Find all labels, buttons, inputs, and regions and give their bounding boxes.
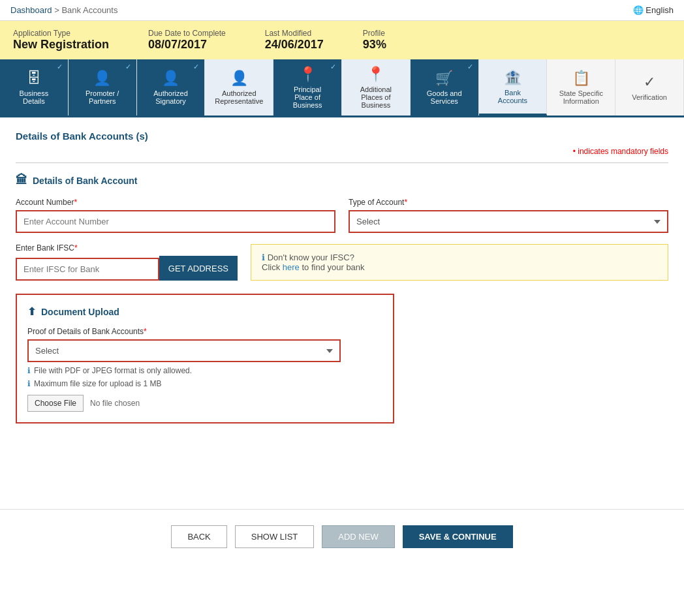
main-content: Details of Bank Accounts (s) • indicates… [0,117,684,509]
choose-file-row: Choose File No file chosen [27,395,382,412]
app-type-item: Application Type New Registration [13,29,109,52]
profile-label: Profile [363,29,386,38]
account-number-input[interactable] [16,210,335,233]
choose-file-button[interactable]: Choose File [27,395,84,412]
additional-icon: 📍 [367,66,384,83]
bank-ifsc-group: Enter Bank IFSC* GET ADDRESS [16,243,238,281]
page-title: Details of Bank Accounts (s) [16,131,668,142]
ifsc-info-box: ℹ Don't know your IFSC? Click here to fi… [251,244,668,281]
tab-label: AdditionalPlaces ofBusiness [360,85,392,109]
ifsc-suffix: to find your bank [302,262,364,272]
account-type-select[interactable]: Select Savings Current Cash Credit Other… [349,210,668,233]
ifsc-info-text: Don't know your IFSC? [268,253,354,262]
check-icon: ✓ [193,63,199,71]
goods-icon: 🛒 [435,70,453,87]
doc-section-header: ⬆ Document Upload [27,305,382,318]
show-list-button[interactable]: SHOW LIST [235,525,315,548]
tab-label: State SpecificInformation [559,89,603,105]
section-header: 🏛 Details of Bank Account [16,174,668,187]
tab-label: Verification [632,93,667,101]
tab-additional-places[interactable]: 📍 AdditionalPlaces ofBusiness [342,59,411,116]
bank-icon: 🏦 [504,69,521,86]
no-file-text: No file chosen [90,399,140,408]
breadcrumb-dashboard-link[interactable]: Dashboard [10,5,52,15]
section-title: Details of Bank Account [33,176,138,186]
file-size-info: ℹ Maximum file size for upload is 1 MB [27,379,382,388]
required-marker: * [404,198,407,207]
bank-building-icon: 🏛 [16,174,27,187]
account-number-group: Account Number* [16,198,335,233]
mandatory-note: • indicates mandatory fields [16,147,668,156]
account-number-label: Account Number* [16,198,335,207]
tab-state-specific[interactable]: 📋 State SpecificInformation [547,59,615,116]
account-row: Account Number* Type of Account* Select … [16,198,668,233]
action-bar: BACK SHOW LIST ADD NEW SAVE & CONTINUE [0,509,684,564]
business-icon: 🗄 [27,70,41,87]
verify-icon: ✓ [644,74,655,91]
info-circle-icon: ℹ [27,379,31,388]
check-icon: ✓ [125,63,131,71]
breadcrumb: Dashboard > Bank Accounts [10,5,117,15]
ifsc-input-row: GET ADDRESS [16,256,238,281]
ifsc-row-container: Enter Bank IFSC* GET ADDRESS ℹ Don't kno… [16,243,668,281]
info-bar: Application Type New Registration Due Da… [0,21,684,59]
add-new-button[interactable]: ADD NEW [322,525,394,548]
info-icon: ℹ [262,253,265,262]
tab-label: Promoter /Partners [86,89,119,105]
required-marker: * [74,198,77,207]
tab-label: BusinessDetails [20,89,49,105]
required-marker: * [144,327,147,336]
proof-group: Proof of Details of Bank Accounts* Selec… [27,327,382,412]
profile-item: Profile 93% [363,29,386,52]
ifsc-here-link[interactable]: here [283,262,300,272]
tab-promoter-partners[interactable]: ✓ 👤 Promoter /Partners [69,59,137,116]
tab-label: PrincipalPlace ofBusiness [293,85,322,109]
account-type-label: Type of Account* [349,198,668,207]
tab-business-details[interactable]: ✓ 🗄 BusinessDetails [0,59,69,116]
ifsc-info-group: ℹ Don't know your IFSC? Click here to fi… [251,243,668,281]
tab-authorized-representative[interactable]: 👤 AuthorizedRepresentative [205,59,273,116]
file-format-info: ℹ File with PDF or JPEG format is only a… [27,366,382,375]
breadcrumb-separator: > [54,5,61,15]
tab-label: Goods andServices [427,89,462,105]
tab-label: AuthorizedRepresentative [215,89,263,105]
language-selector[interactable]: 🌐 English [633,5,674,15]
required-marker: * [74,243,78,253]
app-type-value: New Registration [13,38,109,52]
proof-label: Proof of Details of Bank Accounts* [27,327,382,336]
app-type-label: Application Type [13,29,109,38]
signatory-icon: 👤 [162,70,179,87]
proof-select[interactable]: Select Bank Statement Passbook copy Canc… [27,339,341,362]
save-continue-button[interactable]: SAVE & CONTINUE [403,525,513,548]
ifsc-click-prefix: Click [262,262,280,272]
top-nav: Dashboard > Bank Accounts 🌐 English [0,0,684,21]
state-icon: 📋 [572,70,590,87]
profile-value: 93% [363,38,386,52]
tab-navigation: ✓ 🗄 BusinessDetails ✓ 👤 Promoter /Partne… [0,59,684,117]
bank-ifsc-label: Enter Bank IFSC* [16,243,238,253]
tab-bank-accounts[interactable]: 🏦 BankAccounts [479,59,548,116]
tab-verification[interactable]: ✓ Verification [615,59,684,116]
tab-goods-services[interactable]: ✓ 🛒 Goods andServices [411,59,479,116]
breadcrumb-current: Bank Accounts [61,5,117,15]
back-button[interactable]: BACK [171,525,226,548]
tab-principal-place[interactable]: ✓ 📍 PrincipalPlace ofBusiness [273,59,342,116]
mandatory-asterisk: • [573,147,576,156]
tab-authorized-signatory[interactable]: ✓ 👤 AuthorizedSignatory [137,59,206,116]
promoter-icon: 👤 [93,70,111,87]
doc-section-title: Document Upload [41,307,119,317]
principal-icon: 📍 [299,66,317,83]
tab-label: AuthorizedSignatory [153,89,188,105]
document-upload-section: ⬆ Document Upload Proof of Details of Ba… [16,294,394,424]
due-date-item: Due Date to Complete 08/07/2017 [148,29,226,52]
last-modified-label: Last Modified [265,29,324,38]
upload-icon: ⬆ [27,305,36,318]
rep-icon: 👤 [230,70,248,87]
last-modified-item: Last Modified 24/06/2017 [265,29,324,52]
bank-ifsc-input[interactable] [16,258,159,281]
get-address-button[interactable]: GET ADDRESS [159,256,238,281]
due-date-label: Due Date to Complete [148,29,226,38]
check-icon: ✓ [467,63,473,71]
due-date-value: 08/07/2017 [148,38,226,52]
last-modified-value: 24/06/2017 [265,38,324,52]
